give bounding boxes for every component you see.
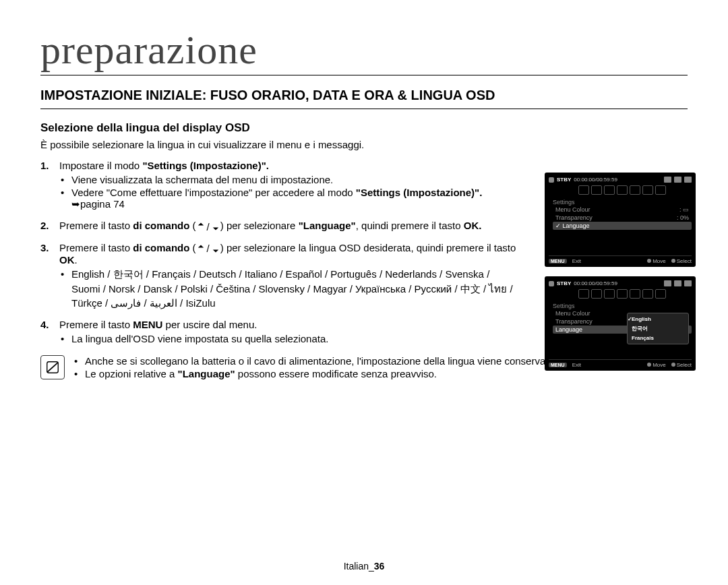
step-1-number: 1. <box>40 160 49 171</box>
step-1-bullet-2c: ➥pagina 74 <box>71 198 125 210</box>
osd-screenshot-1: STBY 00:00:00/00:59:59 Settings Menu Col… <box>545 173 696 267</box>
intro-text: È possibile selezionare la lingua in cui… <box>40 139 688 150</box>
subsection-heading: Selezione della lingua del display OSD <box>40 121 688 135</box>
up-down-arrow-icon: / <box>196 221 220 233</box>
osd-menu-colour-row: Menu Colour <box>555 310 590 317</box>
step-1-bullet-2: Vedere "Come effettuare l'impostazione" … <box>59 187 518 210</box>
osd-move-label: Move <box>653 258 666 264</box>
osd-transparency-row: Transparency <box>555 318 593 325</box>
osd-transparency-row: Transparency <box>555 214 593 221</box>
note-2a: Le opzioni relative a <box>85 368 178 379</box>
step-3-text-b: ) per selezionare la lingua OSD desidera… <box>220 242 516 253</box>
step-4-bold-1: MENU <box>133 319 162 330</box>
footer-language: Italian_ <box>344 561 374 572</box>
battery-icon <box>674 280 681 286</box>
step-2-text-c: , quindi premere il tasto <box>356 220 464 231</box>
record-icon <box>549 281 554 286</box>
osd-icon-row <box>578 289 692 299</box>
step-3-bold-1: di comando <box>133 242 189 253</box>
osd-language-popup: ✓English 한국어 Français <box>627 313 689 344</box>
osd-move-label: Move <box>653 362 666 368</box>
section-heading: IMPOSTAZIONE INIZIALE: FUSO ORARIO, DATA… <box>40 88 688 109</box>
osd-select-label: Select <box>677 362 692 368</box>
step-2-paren-open: ( <box>189 220 195 231</box>
step-4-bullet-1: La lingua dell'OSD viene impostata su qu… <box>59 333 518 344</box>
osd-screenshot-2: STBY 00:00:00/00:59:59 Settings Menu Col… <box>545 276 696 371</box>
step-1-bullet-1: Viene visualizzata la schermata del menu… <box>59 174 518 185</box>
step-2-bold-1: di comando <box>133 220 189 231</box>
osd-popup-korean: 한국어 <box>632 326 648 332</box>
osd-language-row: Language <box>555 326 582 333</box>
step-3-paren-open: ( <box>189 242 195 253</box>
osd-popup-english: English <box>632 316 651 322</box>
step-1-bold: "Settings (Impostazione)". <box>142 160 269 171</box>
step-4-text-a: Premere il tasto <box>59 319 133 330</box>
step-2-bold-2: "Language" <box>299 220 356 231</box>
battery-icon <box>674 177 681 183</box>
osd-stby-label: STBY <box>557 177 571 183</box>
osd-menu-colour-row: Menu Colour <box>555 206 590 213</box>
osd-transparency-value: : 0% <box>677 214 689 221</box>
osd-icon-row <box>578 185 692 195</box>
up-down-arrow-icon: / <box>196 243 220 254</box>
osd-stby-label: STBY <box>557 280 571 286</box>
step-2-text-a: Premere il tasto <box>59 220 133 231</box>
note-icon <box>40 355 65 379</box>
mode-icon <box>684 280 692 286</box>
storage-icon <box>664 280 671 286</box>
page-title: preparazione <box>40 27 688 75</box>
step-2-text-b: ) per selezionare <box>220 220 299 231</box>
note-2c: possono essere modificate senza preavvis… <box>235 368 437 379</box>
step-3-bold-2: OK <box>59 254 75 266</box>
note-1: Anche se si scollegano la batteria o il … <box>73 355 557 367</box>
osd-settings-header: Settings <box>553 199 692 206</box>
osd-select-label: Select <box>677 258 692 264</box>
mode-icon <box>684 177 692 183</box>
osd-time: 00:00:00/00:59:59 <box>574 280 617 286</box>
step-4-text-b: per uscire dal menu. <box>162 319 257 330</box>
step-1-bullet-2b: "Settings (Impostazione)". <box>356 187 483 198</box>
osd-menu-tag: MENU <box>549 259 567 264</box>
osd-popup-francais: Français <box>632 335 654 341</box>
footer-page-number: 36 <box>374 561 385 572</box>
step-4-number: 4. <box>40 319 49 330</box>
osd-exit-label: Exit <box>572 362 581 368</box>
osd-settings-header: Settings <box>553 303 692 309</box>
step-2-number: 2. <box>40 220 49 231</box>
step-3-text-c: . <box>75 254 78 266</box>
step-1-text: Impostare il modo <box>59 160 142 171</box>
step-1-bullet-2a: Vedere "Come effettuare l'impostazione" … <box>71 187 356 198</box>
osd-menu-tag: MENU <box>549 363 567 367</box>
step-3-language-list: English / 한국어 / Français / Deutsch / Ita… <box>59 268 518 309</box>
note-2: Le opzioni relative a "Language" possono… <box>73 368 557 379</box>
page-footer: Italian_36 <box>0 561 728 572</box>
storage-icon <box>664 177 671 183</box>
step-3-text-a: Premere il tasto <box>59 242 133 253</box>
record-icon <box>549 177 554 183</box>
step-3-number: 3. <box>40 242 49 253</box>
osd-exit-label: Exit <box>572 258 581 264</box>
osd-language-row: Language <box>563 222 590 229</box>
osd-time: 00:00:00/00:59:59 <box>574 177 617 183</box>
note-2b: "Language" <box>178 368 235 379</box>
step-2-bold-3: OK. <box>464 220 482 231</box>
